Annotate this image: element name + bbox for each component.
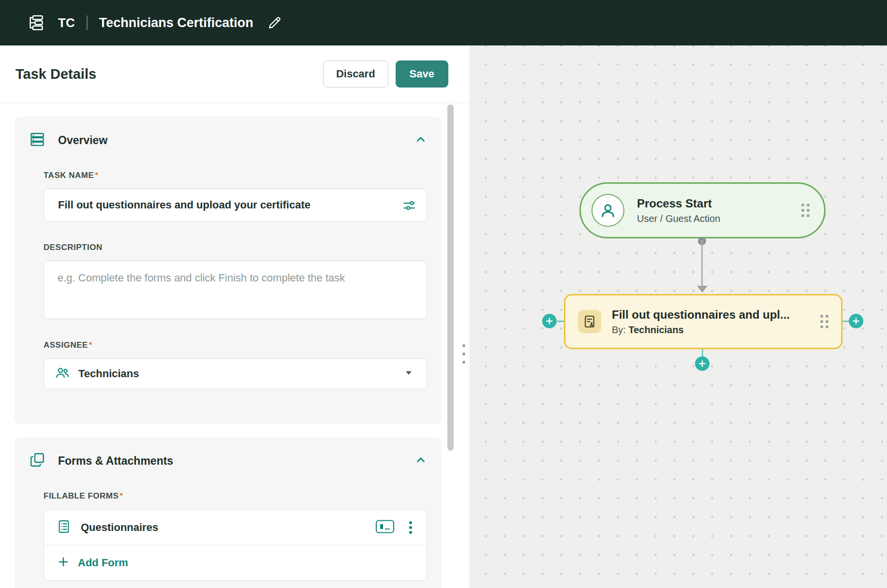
panel-resize-handle[interactable] bbox=[462, 344, 465, 364]
overview-section-header[interactable]: Overview bbox=[29, 131, 427, 149]
process-title: Technicians Certification bbox=[99, 15, 253, 30]
connector-line bbox=[701, 240, 703, 288]
panel-header: Task Details Discard Save bbox=[0, 45, 470, 103]
task-node-subtitle: By: Technicians bbox=[612, 324, 810, 336]
chevron-down-icon bbox=[403, 368, 414, 380]
collapse-forms-icon[interactable] bbox=[414, 454, 427, 468]
add-step-right-button[interactable] bbox=[849, 314, 863, 328]
forms-title: Forms & Attachments bbox=[58, 455, 402, 468]
field-type-icon[interactable] bbox=[375, 519, 395, 536]
connector-arrowhead-icon bbox=[697, 286, 708, 293]
start-node-text: Process Start User / Guest Action bbox=[637, 197, 789, 224]
top-bar: TC Technicians Certification bbox=[0, 0, 887, 45]
fillable-forms-label: FILLABLE FORMS* bbox=[44, 491, 427, 501]
field-settings-icon[interactable] bbox=[402, 198, 416, 215]
discard-button[interactable]: Discard bbox=[323, 60, 388, 88]
overview-section: Overview TASK NAME* bbox=[15, 117, 442, 424]
save-button[interactable]: Save bbox=[396, 60, 448, 88]
group-icon bbox=[55, 365, 70, 382]
task-node-text: Fill out questionnaires and upl... By: T… bbox=[612, 308, 810, 336]
app-root: TC Technicians Certification Task Detail… bbox=[0, 0, 887, 588]
header-divider bbox=[87, 15, 88, 30]
task-node[interactable]: Fill out questionnaires and upl... By: T… bbox=[564, 294, 843, 349]
form-list-item[interactable]: Questionnaires bbox=[44, 510, 427, 545]
task-node-icon bbox=[578, 310, 601, 333]
forms-section-header[interactable]: Forms & Attachments bbox=[29, 452, 427, 470]
panel-scroll-area[interactable]: Overview TASK NAME* bbox=[0, 103, 470, 588]
task-details-panel: Task Details Discard Save bbox=[0, 45, 470, 588]
description-label: DESCRIPTION bbox=[44, 243, 427, 252]
main-area: Task Details Discard Save bbox=[0, 45, 887, 588]
task-node-assignee: Technicians bbox=[628, 324, 683, 335]
workflow-canvas[interactable]: Process Start User / Guest Action bbox=[470, 45, 887, 588]
page-title: Task Details bbox=[15, 66, 323, 82]
start-node-drag-handle[interactable] bbox=[801, 204, 810, 217]
task-node-drag-handle[interactable] bbox=[820, 315, 828, 328]
connector-stub-right bbox=[843, 321, 849, 322]
add-step-left-button[interactable] bbox=[542, 314, 557, 328]
forms-icon bbox=[29, 452, 45, 470]
start-node-avatar bbox=[591, 194, 624, 227]
connector-stub-left bbox=[557, 321, 564, 322]
start-node-subtitle: User / Guest Action bbox=[637, 213, 789, 224]
form-document-icon bbox=[57, 519, 71, 536]
required-marker: * bbox=[89, 340, 92, 350]
overview-fields: TASK NAME* DESCRIPTION bbox=[29, 171, 427, 389]
edit-title-icon[interactable] bbox=[267, 15, 282, 30]
panel-scrollbar[interactable] bbox=[447, 104, 454, 451]
assignee-select[interactable]: Technicians bbox=[44, 358, 427, 389]
fillable-forms-list: Questionnaires bbox=[44, 509, 427, 581]
assignee-value: Technicians bbox=[78, 368, 395, 380]
forms-attachments-section: Forms & Attachments FILLABLE FORMS* bbox=[15, 437, 442, 588]
form-item-menu-icon[interactable] bbox=[404, 518, 417, 537]
process-start-node[interactable]: Process Start User / Guest Action bbox=[579, 182, 826, 238]
task-name-input[interactable] bbox=[44, 189, 427, 221]
workflow-icon bbox=[27, 14, 44, 31]
collapse-overview-icon[interactable] bbox=[414, 133, 427, 147]
overview-title: Overview bbox=[58, 134, 402, 147]
description-textarea[interactable] bbox=[44, 261, 427, 319]
forms-fields: FILLABLE FORMS* bbox=[29, 491, 427, 581]
task-name-label: TASK NAME* bbox=[44, 171, 427, 180]
task-name-input-wrap bbox=[44, 189, 427, 221]
required-marker: * bbox=[95, 171, 98, 180]
add-form-button[interactable]: Add Form bbox=[44, 545, 427, 580]
add-form-label: Add Form bbox=[78, 557, 128, 569]
plus-icon bbox=[58, 556, 69, 570]
task-node-title: Fill out questionnaires and upl... bbox=[612, 308, 810, 322]
start-node-title: Process Start bbox=[637, 197, 789, 210]
app-initials: TC bbox=[58, 15, 75, 30]
connector-stub-bottom bbox=[702, 349, 703, 356]
add-step-below-button[interactable] bbox=[695, 356, 710, 371]
required-marker: * bbox=[119, 491, 123, 500]
form-name: Questionnaires bbox=[81, 521, 366, 534]
assignee-label: ASSIGNEE* bbox=[44, 340, 427, 350]
overview-icon bbox=[29, 131, 45, 149]
